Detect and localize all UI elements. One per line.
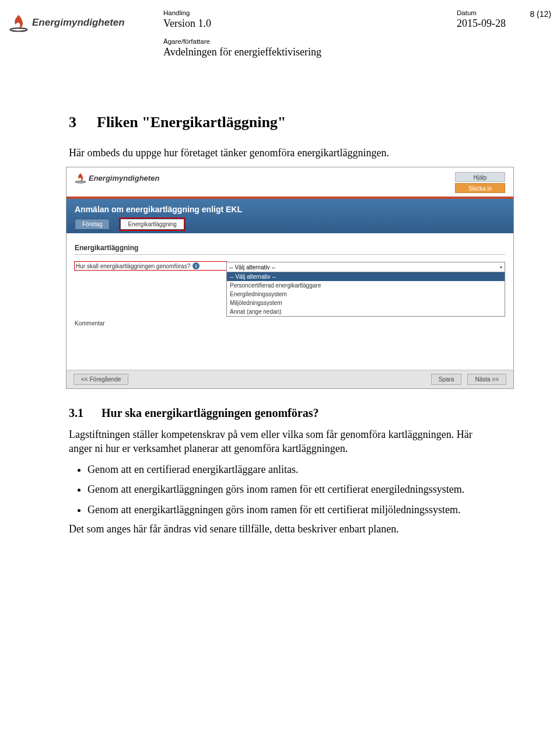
svg-point-0 (10, 28, 27, 31)
bullet-list: Genom att en certifierad energikartlägga… (69, 462, 495, 517)
list-item: Genom att energikartläggningen görs inom… (88, 482, 495, 496)
question-row: Hur skall energikartläggningen genomföra… (75, 262, 505, 317)
submit-button[interactable]: Skicka in (455, 183, 505, 193)
svg-point-1 (76, 181, 86, 183)
screenshot-banner: Anmälan om energikartläggning enligt EKL… (66, 197, 513, 233)
closing-paragraph: Det som anges här får ändras vid senare … (69, 522, 495, 536)
version-value: Version 1.0 (163, 17, 321, 30)
flame-icon (75, 172, 86, 184)
tab-company[interactable]: Företag (75, 219, 110, 230)
dropdown-option[interactable]: Annat (ange nedan) (227, 307, 505, 316)
page-content: 3 Fliken "Energikartläggning" Här ombeds… (69, 114, 495, 543)
handling-label: Handling (163, 9, 321, 16)
dropdown-option[interactable]: Miljöledningssystem (227, 299, 505, 307)
section-intro: Här ombeds du uppge hur företaget tänker… (69, 146, 495, 160)
agency-logo: Energimyndigheten (9, 13, 125, 33)
comment-row: Kommentar (75, 320, 505, 327)
header-meta-left: Handling Version 1.0 Ägare/författare Av… (163, 9, 321, 58)
screenshot-topbar: Energimyndigheten Hjälp Skicka in (66, 167, 513, 197)
question-label-text: Hur skall energikartläggningen genomföra… (76, 263, 190, 269)
tab-bar: Företag Energikartläggning (75, 219, 505, 230)
subsection-heading: 3.1 Hur ska energikartläggningen genomfö… (69, 406, 495, 420)
owner-value: Avdelningen för energieffektivisering (163, 46, 321, 58)
prev-button[interactable]: << Föregående (74, 374, 128, 385)
tab-energy-mapping[interactable]: Energikartläggning (120, 219, 184, 230)
section-title: Fliken "Energikartläggning" (97, 114, 286, 131)
section-heading: 3 Fliken "Energikartläggning" (69, 114, 495, 131)
screenshot-logo-text: Energimyndigheten (89, 174, 159, 183)
comment-label: Kommentar (75, 320, 226, 327)
help-button[interactable]: Hjälp (455, 172, 505, 182)
owner-label: Ägare/författare (163, 38, 321, 45)
screenshot-footer: << Föregående Spara Nästa >> (66, 370, 513, 388)
embedded-screenshot: Energimyndigheten Hjälp Skicka in Anmäla… (66, 167, 514, 389)
method-select[interactable]: -- Välj alternativ -- ▾ (226, 262, 505, 272)
flame-icon (9, 13, 29, 33)
subsection-paragraph: Lagstiftningen ställer kompetenskrav på … (69, 428, 495, 455)
info-icon[interactable]: i (192, 262, 200, 269)
datum-value: 2015-09-28 (457, 17, 506, 30)
dropdown-option[interactable]: -- Välj alternativ -- (227, 272, 505, 281)
select-value: -- Välj alternativ -- (229, 264, 275, 271)
subsection-number: 3.1 (69, 406, 102, 420)
datum-label: Datum (457, 9, 506, 16)
screenshot-action-buttons: Hjälp Skicka in (455, 172, 505, 193)
chevron-down-icon: ▾ (500, 265, 502, 270)
question-label: Hur skall energikartläggningen genomföra… (75, 262, 226, 270)
header-meta-right: Datum 2015-09-28 (457, 9, 506, 30)
dropdown-option[interactable]: Energiledningssystem (227, 290, 505, 299)
method-select-wrap: -- Välj alternativ -- ▾ -- Välj alternat… (226, 262, 505, 317)
banner-title: Anmälan om energikartläggning enligt EKL (75, 205, 505, 214)
dropdown-option[interactable]: Personcertifierad energikartläggare (227, 281, 505, 290)
screenshot-body: Energikartläggning Hur skall energikartl… (66, 233, 513, 370)
save-button[interactable]: Spara (431, 374, 462, 385)
next-button[interactable]: Nästa >> (467, 374, 506, 385)
logo-text: Energimyndigheten (32, 17, 125, 29)
method-dropdown: -- Välj alternativ -- Personcertifierad … (226, 272, 505, 317)
subsection-title: Hur ska energikartläggningen genomföras? (102, 406, 318, 420)
screenshot-logo: Energimyndigheten (75, 172, 159, 184)
section-number: 3 (69, 114, 97, 131)
page-header: Energimyndigheten Handling Version 1.0 Ä… (9, 7, 551, 71)
form-section-title: Energikartläggning (75, 244, 505, 252)
page-number: 8 (12) (530, 9, 551, 19)
divider (75, 254, 505, 255)
list-item: Genom att en certifierad energikartlägga… (88, 462, 495, 476)
list-item: Genom att energikartläggningen görs inom… (88, 503, 495, 517)
